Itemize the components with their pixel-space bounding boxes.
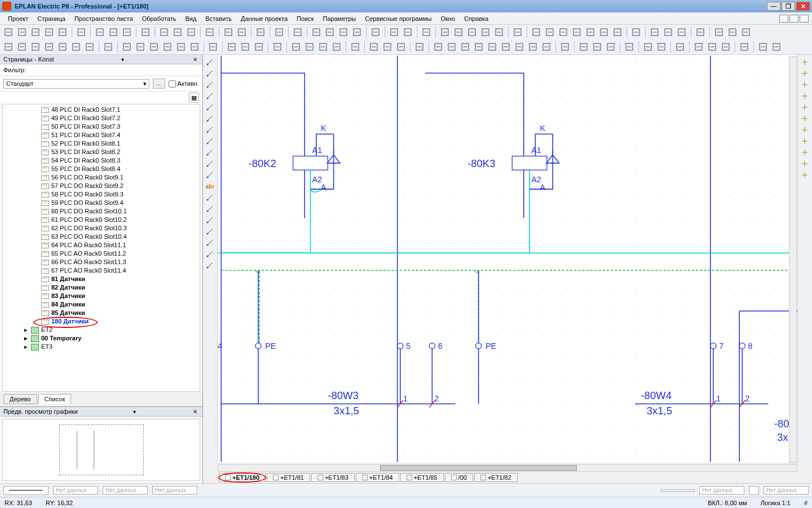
mdi-minimize[interactable]: [779, 15, 788, 23]
toolbar1-btn-46[interactable]: [726, 26, 739, 38]
toolbar2-btn-33[interactable]: [500, 41, 512, 53]
toolbar1-btn-15[interactable]: [236, 26, 248, 38]
tree-page-item[interactable]: 54 PLC DI Rack0 Slot8.3: [3, 156, 200, 165]
toolbar2-btn-43[interactable]: [655, 41, 668, 53]
tree-page-item[interactable]: 57 PLC DO Rack0 Slot9.2: [3, 182, 200, 190]
toolbar1-btn-17[interactable]: [273, 26, 285, 38]
toolbar1-btn-24[interactable]: [388, 26, 400, 38]
page-tab[interactable]: +ET1/81: [267, 473, 310, 482]
toolbar1-btn-40[interactable]: [630, 26, 642, 38]
menu-projectdata[interactable]: Данные проекта: [236, 14, 292, 23]
toolbar2-btn-48[interactable]: [738, 41, 751, 53]
toolbar2-btn-23[interactable]: [349, 41, 361, 53]
color-swatch[interactable]: [749, 486, 759, 495]
toolbar2-btn-47[interactable]: [720, 41, 732, 53]
toolbar2-btn-35[interactable]: [527, 41, 539, 53]
vtool-meas-icon[interactable]: [204, 204, 215, 214]
toolbar2-btn-11[interactable]: [161, 41, 174, 53]
page-tab[interactable]: +ET1/82: [474, 473, 518, 482]
toolbar2-btn-16[interactable]: [239, 41, 251, 53]
combo-2[interactable]: Нет данных: [103, 486, 148, 494]
combo-4[interactable]: [661, 489, 695, 492]
toolbar1-btn-45[interactable]: [713, 26, 725, 38]
close-button[interactable]: ✕: [796, 2, 810, 11]
toolbar1-btn-3[interactable]: [43, 26, 55, 38]
rtool-2-icon[interactable]: [799, 80, 810, 90]
rtool-4-icon[interactable]: [799, 102, 810, 112]
mdi-restore[interactable]: [789, 15, 798, 23]
tree-page-item[interactable]: 84 Датчики: [3, 300, 200, 309]
toolbar2-btn-45[interactable]: [692, 41, 705, 53]
toolbar1-btn-18[interactable]: [292, 26, 304, 38]
toolbar1-btn-19[interactable]: [310, 26, 323, 38]
horizontal-scrollbar[interactable]: [218, 464, 797, 472]
tree-page-item[interactable]: 66 PLC AO Rack0 Slot11.3: [3, 258, 200, 266]
preview-thumbnail[interactable]: [2, 419, 200, 481]
toolbar1-btn-42[interactable]: [662, 26, 674, 38]
toolbar1-btn-36[interactable]: [571, 26, 583, 38]
toolbar2-btn-8[interactable]: [121, 41, 133, 53]
tab-tree[interactable]: Дерево: [3, 394, 37, 404]
toolbar1-btn-30[interactable]: [479, 26, 492, 38]
tree-page-item[interactable]: 83 Датчики: [3, 292, 200, 300]
menu-layoutspace[interactable]: Пространство листа: [70, 14, 138, 23]
toolbar2-btn-13[interactable]: [188, 41, 201, 53]
rtool-9-icon[interactable]: [799, 159, 810, 169]
toolbar1-btn-47[interactable]: [740, 26, 752, 38]
toolbar1-btn-4[interactable]: [56, 26, 69, 38]
tree-expand-button[interactable]: ▦: [189, 93, 199, 103]
toolbar2-btn-15[interactable]: [226, 41, 238, 53]
combo-6[interactable]: Нет данных: [764, 486, 809, 494]
preview-close-icon[interactable]: ✕: [191, 409, 199, 415]
toolbar1-btn-28[interactable]: [452, 26, 465, 38]
toolbar2-btn-38[interactable]: [577, 41, 590, 53]
tree-folder-item[interactable]: ▸ET3: [3, 343, 200, 351]
page-tab[interactable]: +ET1/180: [219, 473, 266, 482]
vtool-arc-icon[interactable]: [204, 125, 215, 135]
vtool-line2-icon[interactable]: [204, 192, 215, 203]
tree-page-item[interactable]: 64 PLC AO Rack0 Slot11.1: [3, 241, 200, 249]
toolbar2-btn-30[interactable]: [459, 41, 471, 53]
menu-window[interactable]: Окно: [436, 14, 460, 23]
page-tab[interactable]: +ET1/84: [356, 473, 399, 482]
toolbar2-btn-29[interactable]: [445, 41, 458, 53]
toolbar1-btn-23[interactable]: [369, 26, 382, 38]
toolbar2-btn-34[interactable]: [513, 41, 526, 53]
toolbar2-btn-39[interactable]: [591, 41, 603, 53]
page-tab[interactable]: +ET1/83: [311, 473, 355, 482]
tree-page-item[interactable]: 51 PLC DI Rack0 Slot7.4: [3, 131, 200, 139]
toolbar2-btn-49[interactable]: [757, 41, 769, 53]
tree-page-item[interactable]: 49 PLC DI Rack0 Slot7.2: [3, 114, 200, 122]
menu-options[interactable]: Параметры: [319, 14, 361, 23]
toolbar1-btn-20[interactable]: [324, 26, 336, 38]
rtool-10-icon[interactable]: [799, 170, 810, 180]
vtool-poly2-icon[interactable]: [204, 170, 215, 180]
line-style-combo[interactable]: [3, 486, 48, 495]
toolbar2-btn-41[interactable]: [623, 41, 636, 53]
toolbar1-btn-11[interactable]: [171, 26, 184, 38]
rtool-8-icon[interactable]: [799, 147, 810, 157]
toolbar1-btn-32[interactable]: [511, 26, 524, 38]
toolbar2-btn-10[interactable]: [148, 41, 160, 53]
menu-project[interactable]: Проект: [3, 14, 33, 23]
pin-icon[interactable]: ▾: [120, 56, 126, 63]
page-tab[interactable]: +ET1/85: [400, 473, 444, 482]
maximize-button[interactable]: ❐: [782, 2, 795, 11]
toolbar2-btn-50[interactable]: [770, 41, 783, 53]
rtool-0-icon[interactable]: [799, 57, 810, 67]
vtool-line-icon[interactable]: [204, 57, 215, 67]
toolbar2-btn-14[interactable]: [207, 41, 219, 53]
toolbar1-btn-10[interactable]: [158, 26, 170, 38]
filter-config-button[interactable]: ...: [153, 78, 165, 89]
tab-list[interactable]: Список: [38, 394, 72, 404]
toolbar2-btn-3[interactable]: [43, 41, 55, 53]
toolbar1-btn-39[interactable]: [611, 26, 624, 38]
toolbar2-btn-46[interactable]: [706, 41, 718, 53]
rtool-6-icon[interactable]: [799, 125, 810, 135]
toolbar1-btn-44[interactable]: [694, 26, 707, 38]
toolbar2-btn-31[interactable]: [473, 41, 485, 53]
vtool-rect2-icon[interactable]: [204, 91, 215, 101]
tree-page-item[interactable]: 61 PLC DO Rack0 Slot10.2: [3, 216, 200, 224]
toolbar2-btn-7[interactable]: [102, 41, 114, 53]
tree-folder-item[interactable]: ▸00 Temporary: [3, 334, 200, 343]
